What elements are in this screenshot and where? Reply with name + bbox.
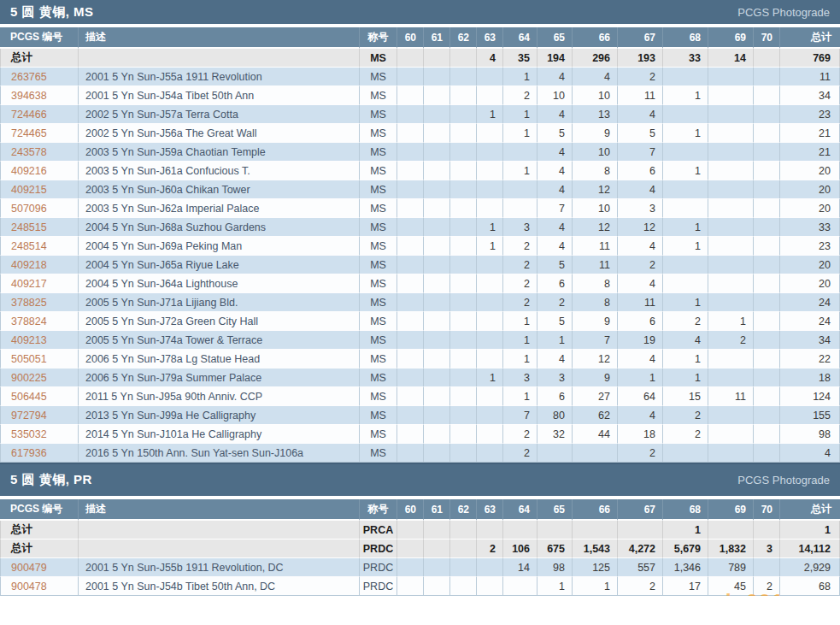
column-header-row: PCGS 编号描述称号6061626364656667686970总计: [0, 499, 840, 521]
grade-cell-67: 4: [618, 105, 663, 124]
grade-cell-64: 1: [503, 331, 537, 350]
pcgs-number-link[interactable]: 900225: [0, 369, 79, 387]
pcgs-number-link[interactable]: 900479: [0, 558, 79, 577]
grade-cell-68: 1: [663, 293, 708, 312]
column-header-grade-66: 66: [573, 499, 618, 521]
grade-cell-63: [477, 293, 503, 312]
designation-cell: PRDC: [360, 558, 397, 577]
pcgs-number-link[interactable]: 900478: [0, 577, 79, 596]
designation-cell: MS: [360, 312, 397, 331]
grade-cell-68: 17: [663, 577, 708, 596]
photograde-link[interactable]: PCGS Photograde: [737, 474, 830, 486]
table-row: 2485152004 5 Yn Sun-J68a Suzhou GardensM…: [0, 218, 840, 237]
grade-cell-63: [477, 143, 503, 162]
pcgs-number-link[interactable]: 394638: [0, 86, 79, 105]
column-header-grade-63: 63: [477, 499, 503, 521]
grade-cell-63: [477, 274, 503, 293]
pcgs-number-link[interactable]: 409216: [0, 162, 79, 180]
grade-cell-60: [397, 105, 424, 124]
table-row: 5050512006 5 Yn Sun-J78a Lg Statue HeadM…: [0, 350, 840, 369]
pcgs-number-link[interactable]: 506445: [0, 387, 79, 406]
grade-cell-68: 1: [663, 162, 708, 180]
grade-cell-60: [397, 558, 424, 577]
grade-cell-66: 11: [573, 256, 618, 274]
pcgs-number-link[interactable]: 409213: [0, 331, 79, 350]
grade-cell-66: 11: [573, 237, 618, 256]
grade-cell-69: 1: [708, 312, 754, 331]
grade-cell-68: [663, 180, 708, 199]
pcgs-number-link[interactable]: 378825: [0, 293, 79, 312]
photograde-link[interactable]: PCGS Photograde: [737, 6, 830, 19]
grade-cell-70: [754, 199, 780, 218]
grade-cell-70: [754, 350, 780, 369]
pcgs-number-link[interactable]: 248514: [0, 237, 79, 256]
pcgs-number-link[interactable]: 378824: [0, 312, 79, 331]
grade-cell-63: [477, 387, 503, 406]
designation-cell: MS: [360, 293, 397, 312]
grade-cell-64: [503, 180, 537, 199]
grade-cell-67: 11: [618, 86, 663, 105]
pcgs-number-link[interactable]: 248515: [0, 218, 79, 237]
pcgs-number-link[interactable]: 617936: [0, 444, 79, 463]
row-total-cell: 2,929: [780, 558, 840, 577]
grade-cell-70: 3: [754, 540, 780, 558]
row-total-cell: 22: [780, 350, 840, 369]
grade-cell-65: [537, 444, 573, 463]
grade-cell-63: [477, 180, 503, 199]
row-total-cell: 14,112: [780, 540, 840, 558]
grade-cell-68: 2: [663, 406, 708, 425]
pcgs-number-link[interactable]: 263765: [0, 68, 79, 86]
designation-cell: PRCA: [360, 521, 397, 540]
pcgs-number-link[interactable]: 243578: [0, 143, 79, 162]
designation-cell: PRDC: [360, 577, 397, 596]
grade-cell-68: [663, 105, 708, 124]
grade-cell-62: [450, 331, 477, 350]
description-cell: 2006 5 Yn Sun-J78a Lg Statue Head: [79, 350, 360, 369]
pcgs-number-link[interactable]: 505051: [0, 350, 79, 369]
column-header-total: 总计: [780, 27, 840, 49]
pcgs-number-link[interactable]: 724465: [0, 124, 79, 143]
grade-cell-68: [663, 68, 708, 86]
grade-cell-66: [573, 444, 618, 463]
row-total-cell: 4: [780, 444, 840, 463]
grade-cell-69: [708, 369, 754, 387]
column-header-grade-62: 62: [450, 27, 477, 49]
grade-cell-65: 675: [537, 540, 573, 558]
grade-cell-60: [397, 369, 424, 387]
grade-cell-60: [397, 68, 424, 86]
grade-cell-66: 9: [573, 124, 618, 143]
description-cell: 2001 5 Yn Sun-J54b Tibet 50th Ann, DC: [79, 577, 360, 596]
pcgs-number-link[interactable]: 724466: [0, 105, 79, 124]
grade-cell-68: 1: [663, 124, 708, 143]
grade-cell-66: 10: [573, 199, 618, 218]
pcgs-number-link[interactable]: 535032: [0, 425, 79, 444]
grade-cell-62: [450, 237, 477, 256]
column-header-grade-64: 64: [503, 27, 537, 49]
row-total-cell: 20: [780, 199, 840, 218]
grade-cell-65: 1: [537, 331, 573, 350]
pcgs-number-link[interactable]: 409218: [0, 256, 79, 274]
pcgs-number-link[interactable]: 409217: [0, 274, 79, 293]
column-header-designation: 称号: [360, 27, 397, 49]
grade-cell-68: 33: [663, 49, 708, 68]
grade-cell-60: [397, 425, 424, 444]
pcgs-number-link[interactable]: 507096: [0, 199, 79, 218]
row-total-cell: 20: [780, 162, 840, 180]
grade-cell-60: [397, 577, 424, 596]
grade-cell-69: [708, 425, 754, 444]
total-label: 总计: [0, 540, 79, 558]
designation-cell: MS: [360, 387, 397, 406]
grade-cell-67: 6: [618, 162, 663, 180]
row-total-cell: 1: [780, 521, 840, 540]
grade-cell-65: 4: [537, 162, 573, 180]
grade-cell-64: 1: [503, 105, 537, 124]
grade-cell-66: 12: [573, 350, 618, 369]
grade-cell-61: [424, 237, 450, 256]
grade-cell-65: 6: [537, 387, 573, 406]
designation-cell: MS: [360, 350, 397, 369]
grade-cell-68: 15: [663, 387, 708, 406]
pcgs-number-link[interactable]: 409215: [0, 180, 79, 199]
grade-cell-68: 1: [663, 521, 708, 540]
pcgs-number-link[interactable]: 972794: [0, 406, 79, 425]
grade-cell-62: [450, 274, 477, 293]
